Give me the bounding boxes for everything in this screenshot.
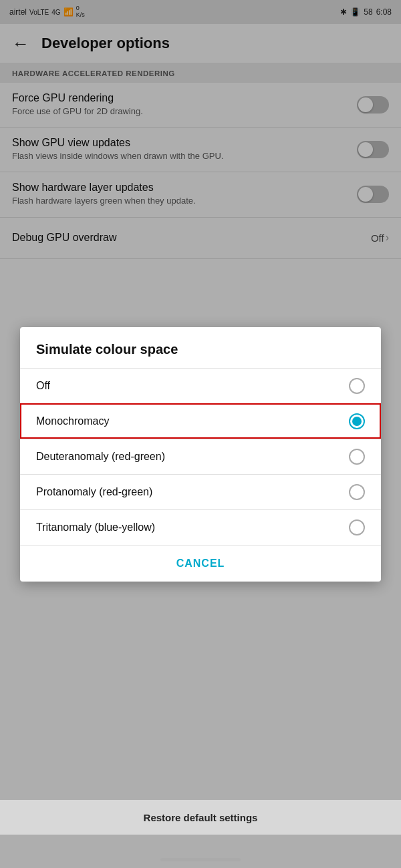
option-monochromacy-label: Monochromacy	[36, 415, 109, 427]
option-deuteranomaly-label: Deuteranomaly (red-green)	[36, 451, 165, 463]
option-tritanomaly-label: Tritanomaly (blue-yellow)	[36, 521, 155, 533]
radio-deuteranomaly[interactable]	[349, 449, 365, 465]
radio-inner	[352, 417, 362, 426]
radio-protanomaly[interactable]	[349, 484, 365, 500]
option-tritanomaly[interactable]: Tritanomaly (blue-yellow)	[20, 509, 381, 545]
radio-monochromacy[interactable]	[349, 413, 365, 429]
radio-tritanomaly[interactable]	[349, 519, 365, 535]
option-off-label: Off	[36, 380, 50, 392]
option-protanomaly[interactable]: Protanomaly (red-green)	[20, 474, 381, 509]
radio-off[interactable]	[349, 378, 365, 394]
restore-default-settings-label: Restore default settings	[144, 812, 258, 823]
home-bar	[160, 858, 241, 861]
option-deuteranomaly[interactable]: Deuteranomaly (red-green)	[20, 439, 381, 474]
option-protanomaly-label: Protanomaly (red-green)	[36, 486, 152, 498]
simulate-colour-space-dialog: Simulate colour space Off Monochromacy D…	[20, 327, 381, 582]
dialog-cancel-row: CANCEL	[20, 545, 381, 582]
option-monochromacy[interactable]: Monochromacy	[20, 403, 381, 439]
bottom-bar[interactable]: Restore default settings	[0, 800, 401, 835]
dialog-title: Simulate colour space	[20, 327, 381, 368]
option-off[interactable]: Off	[20, 368, 381, 403]
cancel-button[interactable]: CANCEL	[163, 555, 239, 572]
